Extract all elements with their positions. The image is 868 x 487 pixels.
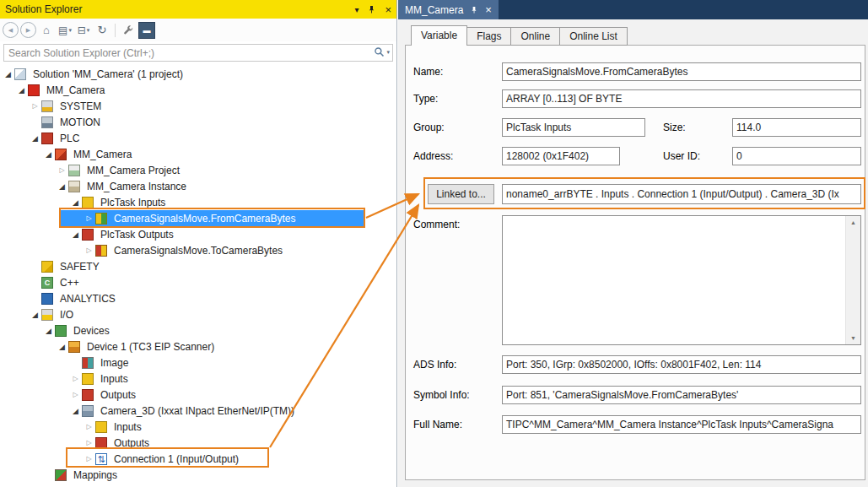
show-all-files-icon[interactable]: ▤▾ xyxy=(57,22,73,39)
forward-icon[interactable]: ▶ xyxy=(20,22,36,38)
ads-info-input[interactable]: Port: 350, IGrp: 0x8502000, IOffs: 0x800… xyxy=(502,355,861,374)
analytics-icon xyxy=(41,293,53,305)
expander-icon[interactable]: ◢ xyxy=(29,311,41,319)
scroll-up-icon[interactable]: ▲ xyxy=(850,216,856,229)
tree-item-label: Device 1 (TC3 EIP Scanner) xyxy=(84,341,217,353)
tree-item-c[interactable]: C++ xyxy=(0,274,396,290)
tree-item-i-o[interactable]: ◢I/O xyxy=(0,306,396,322)
var-in-icon xyxy=(95,213,107,225)
expander-icon[interactable]: ◢ xyxy=(15,86,28,95)
comment-scrollbar[interactable]: ▲ ▼ xyxy=(845,216,860,344)
tree-item-mm-camera[interactable]: ◢MM_Camera xyxy=(0,146,396,162)
back-icon[interactable]: ◀ xyxy=(3,22,19,38)
tab-flags[interactable]: Flags xyxy=(467,27,511,46)
linked-to-button[interactable]: Linked to... xyxy=(428,184,494,204)
expander-icon[interactable]: ◢ xyxy=(42,327,55,335)
cpp-icon xyxy=(41,277,53,289)
expander-icon[interactable]: ◢ xyxy=(2,70,14,78)
tab-online[interactable]: Online xyxy=(511,27,560,46)
tab-online-list[interactable]: Online List xyxy=(560,27,628,46)
expander-icon[interactable]: ▷ xyxy=(83,455,95,463)
expander-icon[interactable]: ◢ xyxy=(69,230,82,239)
tab-close-icon[interactable]: × xyxy=(485,3,492,16)
user-id-input[interactable]: 0 xyxy=(732,147,861,165)
tree-item-mm-camera[interactable]: ◢MM_Camera xyxy=(0,82,396,98)
expander-icon[interactable]: ▷ xyxy=(56,166,68,174)
search-input[interactable] xyxy=(4,45,367,61)
full-name-input[interactable]: TIPC^MM_Camera^MM_Camera Instance^PlcTas… xyxy=(502,415,861,434)
tree-item-motion[interactable]: MOTION xyxy=(0,114,396,130)
pin-icon[interactable] xyxy=(367,5,376,14)
tree-item-system[interactable]: ▷SYSTEM xyxy=(0,98,396,114)
address-input[interactable]: 128002 (0x1F402) xyxy=(502,147,620,165)
linked-to-input[interactable]: noname0_arrBYTE . Inputs . Connection 1 … xyxy=(502,184,861,204)
tree-item-outputs[interactable]: ▷Outputs xyxy=(0,387,396,403)
properties-wrench-icon[interactable] xyxy=(120,22,137,39)
expander-icon[interactable]: ◢ xyxy=(56,343,68,351)
expander-icon[interactable]: ◢ xyxy=(69,198,82,207)
type-label: Type: xyxy=(413,93,438,105)
tree-item-safety[interactable]: SAFETY xyxy=(0,258,396,274)
tree-item-camerasignalsmove-tocamerabytes[interactable]: ▷CameraSignalsMove.ToCameraBytes xyxy=(0,242,396,258)
size-input[interactable]: 114.0 xyxy=(732,118,861,137)
outputs-folder-icon xyxy=(82,389,94,401)
window-position-icon[interactable]: ▾ xyxy=(354,5,359,14)
tree-item-mm-camera-project[interactable]: ▷MM_Camera Project xyxy=(0,162,396,178)
tree-item-mappings[interactable]: Mappings xyxy=(0,467,396,483)
close-icon[interactable]: × xyxy=(385,3,391,16)
expander-icon[interactable]: ▷ xyxy=(83,246,95,254)
address-label: Address: xyxy=(413,150,453,162)
tree-item-label: Connection 1 (Input/Output) xyxy=(111,453,241,465)
tab-pin-icon[interactable] xyxy=(470,6,478,14)
tab-variable[interactable]: Variable xyxy=(411,25,467,46)
expander-icon[interactable]: ◢ xyxy=(42,150,55,159)
tree-item-plctask-outputs[interactable]: ◢PlcTask Outputs xyxy=(0,226,396,242)
tree-item-camerasignalsmove-fromcamerabytes[interactable]: ▷CameraSignalsMove.FromCameraBytes xyxy=(0,210,396,226)
symbol-info-input[interactable]: Port: 851, 'CameraSignalsMove.FromCamera… xyxy=(502,386,861,404)
tree-item-mm-camera-instance[interactable]: ◢MM_Camera Instance xyxy=(0,178,396,194)
tree-item-device-1-tc3-eip-scanner[interactable]: ◢Device 1 (TC3 EIP Scanner) xyxy=(0,338,396,354)
expander-icon[interactable]: ▷ xyxy=(29,102,41,110)
tree-item-outputs[interactable]: ▷Outputs xyxy=(0,435,396,451)
tree-item-connection-1-input-output[interactable]: ▷Connection 1 (Input/Output) xyxy=(0,451,396,467)
expander-icon[interactable]: ▷ xyxy=(83,423,95,430)
expander-icon[interactable]: ▷ xyxy=(83,439,95,446)
expander-icon[interactable]: ◢ xyxy=(69,407,82,415)
tree-item-camera-3d-ixxat-inpact-ethernet-ip-tm[interactable]: ◢Camera_3D (Ixxat INpact EtherNet/IP(TM)… xyxy=(0,403,396,419)
sync-active-document-icon[interactable]: ↻ xyxy=(94,22,111,39)
tree-item-image[interactable]: Image xyxy=(0,354,396,371)
name-input[interactable]: CameraSignalsMove.FromCameraBytes xyxy=(502,62,861,81)
expander-icon[interactable]: ▷ xyxy=(69,391,82,398)
tree-item-label: Solution 'MM_Camera' (1 project) xyxy=(30,68,186,80)
tree-item-solution-mm-camera-1-project[interactable]: ◢Solution 'MM_Camera' (1 project) xyxy=(0,66,396,82)
document-tab-mm-camera[interactable]: MM_Camera × xyxy=(398,0,499,19)
search-icon[interactable] xyxy=(374,46,385,57)
type-input[interactable]: ARRAY [0..113] OF BYTE xyxy=(502,89,861,108)
search-options-chevron-icon[interactable]: ▾ xyxy=(386,49,390,56)
plc-icon xyxy=(41,133,53,144)
scroll-down-icon[interactable]: ▼ xyxy=(850,332,856,344)
project-icon xyxy=(68,165,80,176)
expander-icon[interactable]: ◢ xyxy=(29,134,41,143)
tree-item-inputs[interactable]: ▷Inputs xyxy=(0,419,396,435)
tree-item-label: SYSTEM xyxy=(57,100,104,112)
tree-item-label: Inputs xyxy=(98,373,131,385)
tree-item-plctask-inputs[interactable]: ◢PlcTask Inputs xyxy=(0,194,396,210)
expander-icon[interactable]: ▷ xyxy=(69,375,82,382)
expander-icon[interactable]: ▷ xyxy=(83,214,95,222)
comment-input[interactable]: ▲ ▼ xyxy=(502,215,861,345)
tree-item-label: Camera_3D (Ixxat INpact EtherNet/IP(TM)) xyxy=(98,405,297,417)
camera-icon xyxy=(82,405,94,417)
tree-item-devices[interactable]: ◢Devices xyxy=(0,322,396,338)
tree-item-plc[interactable]: ◢PLC xyxy=(0,130,396,146)
tree-item-inputs[interactable]: ▷Inputs xyxy=(0,371,396,387)
group-input[interactable]: PlcTask Inputs xyxy=(502,118,645,137)
expander-icon[interactable]: ◢ xyxy=(56,182,68,191)
tree-item-analytics[interactable]: ANALYTICS xyxy=(0,290,396,306)
tree-item-label: MM_Camera xyxy=(71,149,134,160)
preview-toggle-icon[interactable]: ▬ xyxy=(138,22,155,39)
tree-item-label: ANALYTICS xyxy=(57,293,118,305)
collapse-all-icon[interactable]: ⊟▾ xyxy=(75,22,92,39)
image-icon xyxy=(82,357,94,369)
home-icon[interactable]: ⌂ xyxy=(38,22,55,39)
